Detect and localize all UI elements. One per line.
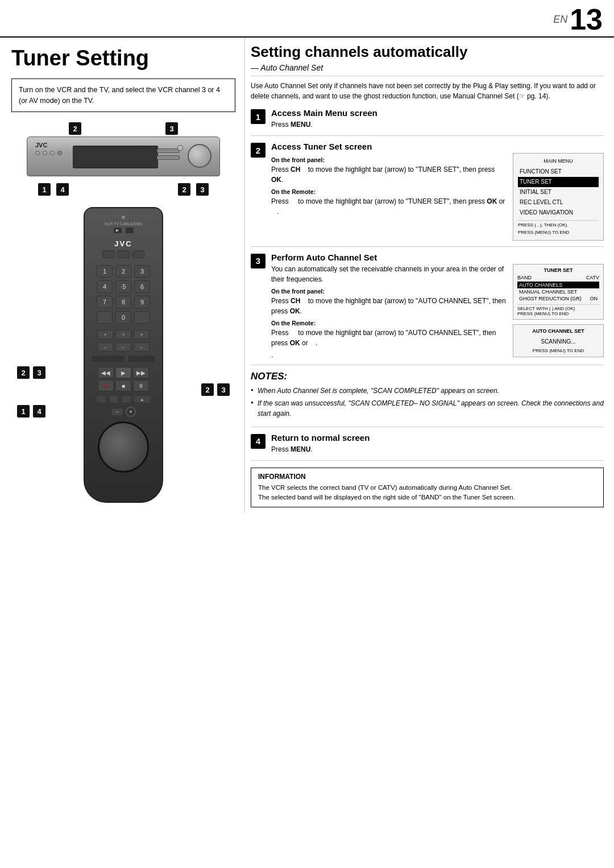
step-1-content: Access Main Menu screen Press MENU. (271, 108, 604, 130)
remote-rec-btn[interactable]: ● (98, 380, 114, 391)
remote-btn-2[interactable]: 2 (115, 265, 131, 278)
menu-item-video-nav: VIDEO NAVIGATION (518, 208, 599, 218)
remote-btn-3[interactable]: 3 (134, 265, 150, 278)
step-3-period: . (271, 350, 507, 359)
remote-label-1-left-bottom: 1 (17, 405, 30, 418)
remote-rew-btn[interactable]: ◀◀ (98, 367, 114, 378)
page-title: Tuner Setting (11, 47, 235, 71)
step-3-remote-text: Press to move the highlight bar (arrow) … (271, 328, 507, 348)
step-3-number: 3 (251, 254, 265, 268)
remote-btn-blank1 (97, 311, 113, 324)
remote-btn-5[interactable]: ·5 (115, 280, 131, 293)
tuner-footer-line1: SELECT WITH ( ) AND (OK) (517, 306, 599, 311)
tuner-screen-title: TUNER SET (517, 267, 599, 273)
step-3-remote-label: On the Remote: (271, 320, 507, 326)
remote-btn-7[interactable]: 7 (97, 296, 113, 308)
remote-func-btn-1[interactable]: + (97, 330, 113, 339)
device-area: 2 3 JVC (11, 122, 235, 196)
step-4-number: 4 (251, 434, 265, 449)
section-subtitle: — Auto Channel Set (251, 63, 604, 76)
step-3-front-text: Press CH to move the highlight bar (arro… (271, 296, 507, 316)
step-2-title: Access Tuner Set screen (271, 142, 604, 151)
menu-item-function-set: FUNCTION SET (518, 167, 599, 177)
remote-btn-4[interactable]: 4 (97, 280, 113, 293)
tuner-ghost-reduction: GHOST REDUCTION (GR)ON (517, 295, 599, 302)
step-3-desc: You can automatically set the receivable… (271, 264, 507, 284)
remote-numpad: 1 2 3 4 ·5 6 7 8 9 0 (97, 265, 150, 324)
menu-screen-title: MAIN MENU (518, 157, 599, 165)
tuner-manual-channel: MANUAL CHANNEL SET (517, 288, 599, 295)
remote-btn-9[interactable]: 9 (134, 296, 150, 308)
step-2-inner: On the front panel: Press CH to move the… (271, 153, 604, 241)
menu-footer: PRESS ( , ), THEN (OK) PRESS (MENU) TO E… (518, 220, 599, 237)
step-2-text: On the front panel: Press CH to move the… (271, 153, 507, 217)
remote-func-btn-3[interactable]: + (134, 330, 150, 339)
menu-item-tuner-set: TUNER SET (518, 177, 599, 187)
remote-btn-6[interactable]: 6 (134, 280, 150, 293)
remote-btn-8[interactable]: 8 (115, 296, 131, 308)
menu-footer-line2: PRESS (MENU) TO END (518, 229, 599, 237)
remote-func-btn-4[interactable]: – (97, 342, 113, 352)
page-number: 13 (570, 5, 603, 34)
remote-func-btn-2[interactable]: + (115, 330, 131, 339)
remote-btn-1[interactable]: 1 (97, 265, 113, 278)
step-2-remote-text: Press to move the highlight bar (arrow) … (271, 196, 507, 217)
step-1-title: Access Main Menu screen (271, 108, 604, 118)
vcr-dots (35, 151, 62, 155)
remote-ffw-btn[interactable]: ▶▶ (133, 367, 149, 378)
note-2: If the scan was unsuccessful, "SCAN COMP… (251, 398, 604, 419)
step-4-content: Return to normal screen Press MENU. (271, 433, 604, 454)
notes-section: NOTES: When Auto Channel Set is complete… (251, 371, 604, 427)
remote-area: 2 3 1 4 2 3 VCR T (11, 207, 235, 503)
remote-btn-0[interactable]: 0 (115, 311, 131, 324)
right-column: Setting channels automatically — Auto Ch… (244, 38, 614, 513)
tuner-footer: SELECT WITH ( ) AND (OK) PRESS (MENU) TO… (517, 304, 599, 316)
main-menu-screen: MAIN MENU FUNCTION SET TUNER SET INITIAL… (513, 153, 604, 241)
remote-play-btn[interactable]: ▶ (115, 367, 131, 378)
remote-jog-dial[interactable] (98, 421, 149, 473)
vcr-label-3-top: 3 (165, 122, 178, 135)
remote-stop-btn[interactable]: ■ (115, 380, 131, 391)
step-3-title: Perform Auto Channel Set (271, 253, 604, 262)
tuner-catv-label: CATV (586, 275, 599, 280)
remote-label-2-right: 2 (201, 383, 214, 396)
vcr-tape-slot (73, 146, 158, 168)
remote-brand: JVC (114, 239, 132, 248)
step-1-desc: Press MENU. (271, 119, 604, 130)
remote-label-3-right: 3 (217, 383, 230, 396)
subtitle-text: — Auto Channel Set (251, 63, 323, 72)
menu-item-rec-level: REC LEVEL CTL (518, 197, 599, 208)
tuner-band-row: BAND CATV (517, 275, 599, 280)
note-1: When Auto Channel Set is complete, "SCAN… (251, 386, 604, 396)
step-3-text: You can automatically set the receivable… (271, 264, 507, 359)
scan-title: AUTO CHANNEL SET (518, 328, 599, 334)
scan-status: SCANNING... (518, 338, 599, 345)
step-3-content: Perform Auto Channel Set You can automat… (271, 253, 604, 359)
vcr-label-3-bottom: 3 (196, 183, 209, 196)
step-1: 1 Access Main Menu screen Press MENU. (251, 108, 604, 136)
remote-pause-btn[interactable]: ⏸ (133, 380, 149, 391)
main-layout: Tuner Setting Turn on the VCR and the TV… (0, 38, 614, 513)
remote-func-btn-5[interactable]: – (115, 342, 131, 352)
information-box: INFORMATION The VCR selects the correct … (251, 468, 604, 508)
vcr-device: JVC (27, 137, 220, 176)
tuner-band-label: BAND (517, 275, 532, 280)
tuner-screens: TUNER SET BAND CATV AUTO CHANNELS MANUAL… (513, 264, 604, 357)
menu-footer-line1: PRESS ( , ), THEN (OK) (518, 222, 599, 229)
tuner-auto-channels: AUTO CHANNELS (517, 282, 599, 288)
step-3: 3 Perform Auto Channel Set You can autom… (251, 253, 604, 365)
step-2-remote-label: On the Remote: (271, 188, 507, 195)
tuner-set-screen: TUNER SET BAND CATV AUTO CHANNELS MANUAL… (513, 264, 604, 320)
remote-label-3-left-top: 3 (33, 366, 45, 379)
step-4-title: Return to normal screen (271, 433, 604, 443)
step-2-content: Access Tuner Set screen On the front pan… (271, 142, 604, 241)
page-header: EN 13 (0, 0, 614, 38)
step-2-front-panel-label: On the front panel: (271, 156, 507, 163)
section-title: Setting channels automatically (251, 43, 604, 61)
step-2: 2 Access Tuner Set screen On the front p… (251, 142, 604, 247)
left-column: Tuner Setting Turn on the VCR and the TV… (0, 38, 244, 513)
remote-label-4-left-bottom: 4 (33, 405, 45, 418)
remote-func-btn-6[interactable]: – (134, 342, 150, 352)
intro-box: Turn on the VCR and the TV, and select t… (11, 78, 235, 113)
scan-screen: AUTO CHANNEL SET SCANNING... PRESS (MENU… (513, 324, 604, 357)
